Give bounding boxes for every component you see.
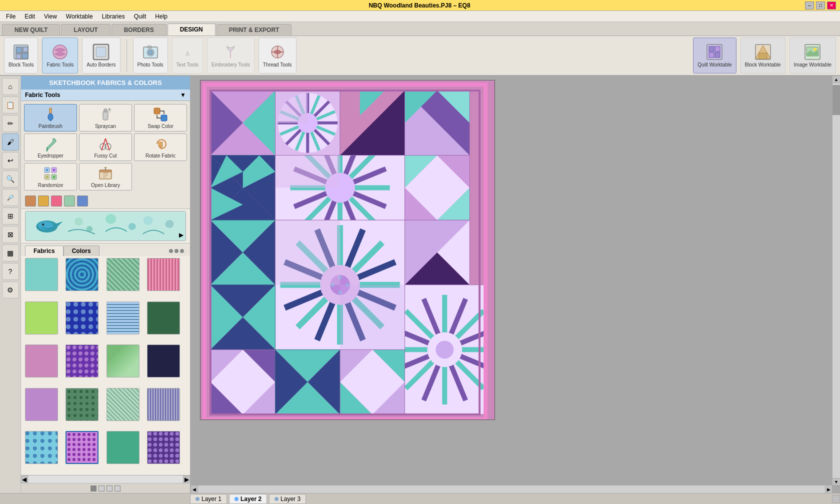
canvas-area[interactable]: ▲ ▼ — [191, 76, 840, 493]
spraycan-tool[interactable]: Spraycan — [79, 104, 132, 132]
canvas-hscrollbar[interactable]: ◀ ▶ — [191, 485, 832, 493]
scroll-right-button[interactable]: ▶ — [183, 476, 190, 483]
sidebar-undo-icon[interactable]: ↩ — [2, 152, 19, 169]
auto-borders-button[interactable]: Auto Borders — [82, 38, 120, 74]
tab-design[interactable]: DESIGN — [168, 24, 216, 36]
fabric-cell-10[interactable] — [66, 344, 98, 378]
auto-borders-icon — [92, 43, 110, 61]
quilt-worktable-button[interactable]: Quilt Worktable — [693, 38, 736, 74]
sidebar-zoom-window-icon[interactable]: ⊠ — [2, 226, 19, 243]
fabric-cell-18[interactable] — [66, 431, 98, 464]
fabric-preview-arrow[interactable]: ▶ — [179, 232, 184, 238]
fabric-cell-8[interactable] — [147, 302, 180, 334]
svg-point-64 — [144, 216, 153, 225]
swatch-5[interactable] — [77, 196, 88, 206]
menu-libraries[interactable]: Libraries — [98, 12, 129, 21]
sidebar-zoom-in-icon[interactable]: 🔍 — [2, 170, 19, 188]
fabric-cell-9[interactable] — [25, 344, 58, 378]
photo-tools-button[interactable]: Photo Tools — [133, 38, 168, 74]
fabric-tools-expand-icon[interactable]: ▼ — [180, 92, 186, 98]
canvas-scroll-right[interactable]: ▶ — [825, 486, 832, 493]
tab-colors[interactable]: Colors — [64, 246, 100, 256]
fabric-cell-6[interactable] — [66, 302, 98, 334]
svg-rect-1 — [16, 47, 22, 53]
close-button[interactable]: ✕ — [827, 2, 836, 10]
swap-color-tool[interactable]: Swap Color — [134, 104, 187, 132]
block-tools-button[interactable]: Block Tools — [4, 38, 38, 74]
menu-worktable[interactable]: Worktable — [62, 12, 97, 21]
scroll-left-button[interactable]: ◀ — [21, 476, 28, 483]
menu-edit[interactable]: Edit — [20, 12, 39, 21]
tab-print-export[interactable]: PRINT & EXPORT — [216, 24, 292, 36]
embroidery-tools-button[interactable]: Embroidery Tools — [207, 38, 254, 74]
minimize-button[interactable]: – — [805, 2, 814, 10]
thread-tools-button[interactable]: Thread Tools — [258, 38, 296, 74]
randomize-tool[interactable]: Randomize — [24, 163, 77, 190]
fussy-cut-tool[interactable]: Fussy Cut — [79, 134, 132, 161]
swatch-3[interactable] — [51, 196, 62, 206]
tab-fabrics[interactable]: Fabrics — [25, 246, 64, 256]
eyedropper-tool[interactable]: Eyedropper — [24, 134, 77, 161]
scroll-down-button[interactable]: ▼ — [832, 478, 840, 485]
quilt-svg[interactable] — [200, 80, 495, 420]
fabric-tools-button[interactable]: Fabric Tools — [42, 38, 78, 74]
sidebar-zoom-out-icon[interactable]: 🔎 — [2, 189, 19, 206]
sidebar-settings-icon[interactable]: ⚙ — [2, 282, 19, 298]
page-dot-3[interactable] — [106, 486, 112, 492]
fabric-cell-1[interactable] — [25, 258, 58, 291]
fabric-cell-3[interactable] — [106, 258, 140, 291]
page-dot-4[interactable] — [114, 486, 120, 492]
menu-view[interactable]: View — [40, 12, 61, 21]
sidebar-grid-icon[interactable]: ▦ — [2, 244, 19, 262]
fabric-cell-13[interactable] — [25, 388, 58, 421]
swatch-1[interactable] — [25, 196, 36, 206]
rotate-fabric-tool[interactable]: Rotate Fabric — [134, 134, 187, 161]
tab-layout[interactable]: LAYOUT — [61, 24, 110, 36]
scroll-up-button[interactable]: ▲ — [832, 76, 840, 83]
menu-file[interactable]: File — [2, 12, 20, 21]
vertical-scrollbar[interactable]: ▲ ▼ — [832, 76, 840, 485]
sidebar-help-icon[interactable]: ? — [2, 263, 19, 280]
scroll-thumb[interactable] — [832, 85, 840, 115]
fabric-cell-4[interactable] — [147, 258, 180, 291]
swatch-4[interactable] — [64, 196, 75, 206]
canvas-scroll-left[interactable]: ◀ — [191, 486, 198, 493]
fabric-cell-19[interactable] — [106, 431, 140, 464]
swatch-2[interactable] — [38, 196, 49, 206]
layer-3-tab[interactable]: Layer 3 — [269, 494, 306, 504]
image-worktable-button[interactable]: Image Worktable — [790, 38, 836, 74]
fabric-cell-15[interactable] — [106, 388, 140, 421]
fabric-cell-17[interactable] — [25, 431, 58, 464]
layer-1-tab[interactable]: Layer 1 — [190, 494, 227, 504]
menu-help[interactable]: Help — [151, 12, 172, 21]
fabric-cell-2[interactable] — [66, 258, 98, 291]
tab-new-quilt[interactable]: NEW QUILT — [2, 24, 60, 36]
sidebar-pencil-icon[interactable]: ✏ — [2, 115, 19, 132]
fabric-cell-11[interactable] — [106, 344, 140, 378]
tab-borders[interactable]: BORDERS — [112, 24, 166, 36]
maximize-button[interactable]: □ — [816, 2, 825, 10]
tab-options[interactable] — [169, 249, 186, 253]
menu-quilt[interactable]: Quilt — [130, 12, 150, 21]
fabric-cell-16[interactable] — [147, 388, 180, 421]
fabric-cell-14[interactable] — [66, 388, 98, 421]
text-tools-button[interactable]: A Text Tools — [172, 38, 203, 74]
block-worktable-button[interactable]: Block Worktable — [740, 38, 786, 74]
scroll-track[interactable] — [28, 476, 183, 483]
page-dot-2[interactable] — [98, 486, 104, 492]
paintbrush-tool[interactable]: Paintbrush — [24, 104, 77, 132]
fabric-cell-20[interactable] — [147, 431, 180, 464]
fabric-cell-12[interactable] — [147, 344, 180, 378]
sidebar-zoom-fit-icon[interactable]: ⊞ — [2, 208, 19, 224]
open-library-tool[interactable]: Open Library — [79, 163, 132, 190]
fabric-cell-5[interactable] — [25, 302, 58, 334]
layer-2-tab[interactable]: Layer 2 — [229, 494, 267, 504]
fabric-panel-scrollbar[interactable]: ◀ ▶ — [21, 475, 190, 483]
block-worktable-icon — [754, 43, 772, 61]
sidebar-paint-icon[interactable]: 🖌 — [2, 134, 19, 150]
fabric-cell-7[interactable] — [106, 302, 140, 334]
sidebar-notes-icon[interactable]: 📋 — [2, 96, 19, 114]
block-worktable-label: Block Worktable — [745, 62, 781, 68]
sidebar-home-icon[interactable]: ⌂ — [2, 78, 19, 95]
page-dot-active[interactable] — [90, 486, 96, 492]
